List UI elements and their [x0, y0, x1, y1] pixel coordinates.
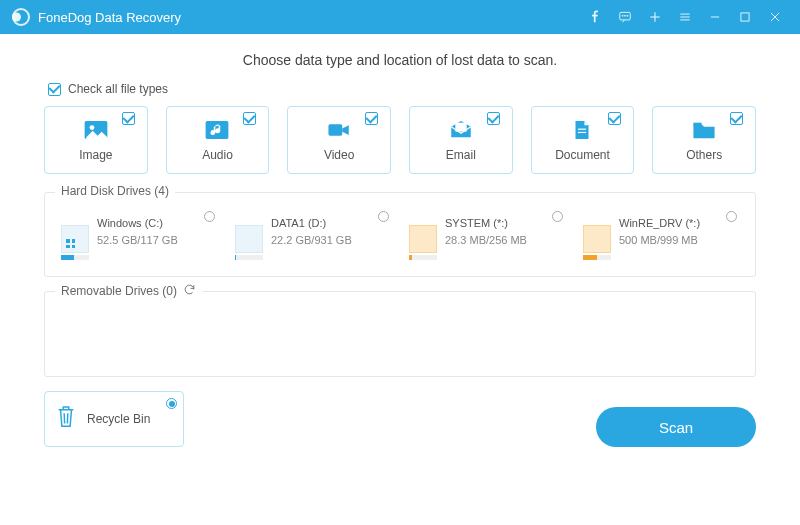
type-checkbox[interactable]	[365, 112, 378, 125]
drive-item[interactable]: WinRE_DRV (*:) 500 MB/999 MB	[579, 211, 743, 264]
drive-radio[interactable]	[204, 211, 215, 222]
recycle-bin-card[interactable]: Recycle Bin	[44, 391, 184, 447]
folder-icon	[691, 118, 717, 142]
type-checkbox[interactable]	[730, 112, 743, 125]
feedback-button[interactable]	[610, 0, 640, 34]
drive-item[interactable]: DATA1 (D:) 22.2 GB/931 GB	[231, 211, 395, 264]
drive-name: SYSTEM (*:)	[445, 215, 527, 232]
type-label: Email	[446, 148, 476, 162]
svg-rect-20	[694, 123, 702, 126]
email-icon	[448, 118, 474, 142]
drive-item[interactable]: SYSTEM (*:) 28.3 MB/256 MB	[405, 211, 569, 264]
drive-size: 500 MB/999 MB	[619, 234, 698, 246]
document-icon	[569, 118, 595, 142]
type-card-video[interactable]: Video	[287, 106, 391, 174]
check-all-checkbox[interactable]	[48, 83, 61, 96]
svg-rect-16	[329, 124, 343, 135]
type-checkbox[interactable]	[122, 112, 135, 125]
type-card-email[interactable]: Email	[409, 106, 513, 174]
type-label: Video	[324, 148, 354, 162]
type-label: Document	[555, 148, 610, 162]
image-icon	[83, 118, 109, 142]
trash-icon	[55, 404, 77, 434]
bottom-row: Recycle Bin Scan	[44, 391, 756, 447]
type-label: Audio	[202, 148, 233, 162]
check-all-label: Check all file types	[68, 82, 168, 96]
svg-rect-10	[741, 13, 749, 21]
hdd-group: Hard Disk Drives (4) Windows (C:) 52.5 G…	[44, 192, 756, 277]
file-type-row: Image Audio Video Email	[44, 106, 756, 174]
audio-icon	[204, 118, 230, 142]
removable-group-label: Removable Drives (0)	[55, 283, 202, 299]
recycle-radio[interactable]	[166, 398, 177, 409]
main-content: Choose data type and location of lost da…	[0, 34, 800, 459]
svg-rect-17	[455, 123, 466, 132]
type-label: Image	[79, 148, 112, 162]
svg-point-2	[625, 15, 626, 16]
type-card-others[interactable]: Others	[652, 106, 756, 174]
app-logo-icon	[12, 8, 30, 26]
recycle-label: Recycle Bin	[87, 412, 150, 426]
svg-point-1	[622, 15, 623, 16]
type-card-document[interactable]: Document	[531, 106, 635, 174]
type-checkbox[interactable]	[487, 112, 500, 125]
hdd-group-label: Hard Disk Drives (4)	[55, 184, 175, 198]
usage-bar	[583, 255, 611, 260]
type-checkbox[interactable]	[608, 112, 621, 125]
add-button[interactable]	[640, 0, 670, 34]
drive-size: 52.5 GB/117 GB	[97, 234, 178, 246]
type-label: Others	[686, 148, 722, 162]
removable-group: Removable Drives (0)	[44, 291, 756, 377]
close-button[interactable]	[760, 0, 790, 34]
drive-name: DATA1 (D:)	[271, 215, 352, 232]
drive-name: Windows (C:)	[97, 215, 178, 232]
type-checkbox[interactable]	[243, 112, 256, 125]
maximize-button[interactable]	[730, 0, 760, 34]
titlebar: FoneDog Data Recovery	[0, 0, 800, 34]
scan-button[interactable]: Scan	[596, 407, 756, 447]
minimize-button[interactable]	[700, 0, 730, 34]
drive-size: 28.3 MB/256 MB	[445, 234, 527, 246]
drive-radio[interactable]	[726, 211, 737, 222]
refresh-icon[interactable]	[183, 283, 196, 299]
drive-item[interactable]: Windows (C:) 52.5 GB/117 GB	[57, 211, 221, 264]
svg-point-3	[627, 15, 628, 16]
type-card-audio[interactable]: Audio	[166, 106, 270, 174]
check-all-row[interactable]: Check all file types	[48, 82, 756, 96]
page-heading: Choose data type and location of lost da…	[44, 52, 756, 68]
drive-radio[interactable]	[378, 211, 389, 222]
drive-icon	[409, 225, 437, 253]
menu-button[interactable]	[670, 0, 700, 34]
video-icon	[326, 118, 352, 142]
drive-radio[interactable]	[552, 211, 563, 222]
svg-point-14	[89, 125, 94, 130]
drive-icon	[583, 225, 611, 253]
usage-bar	[235, 255, 263, 260]
type-card-image[interactable]: Image	[44, 106, 148, 174]
app-title: FoneDog Data Recovery	[38, 10, 181, 25]
drive-icon	[61, 225, 89, 253]
usage-bar	[409, 255, 437, 260]
drive-icon	[235, 225, 263, 253]
facebook-button[interactable]	[580, 0, 610, 34]
drive-size: 22.2 GB/931 GB	[271, 234, 352, 246]
drive-name: WinRE_DRV (*:)	[619, 215, 700, 232]
usage-bar	[61, 255, 89, 260]
